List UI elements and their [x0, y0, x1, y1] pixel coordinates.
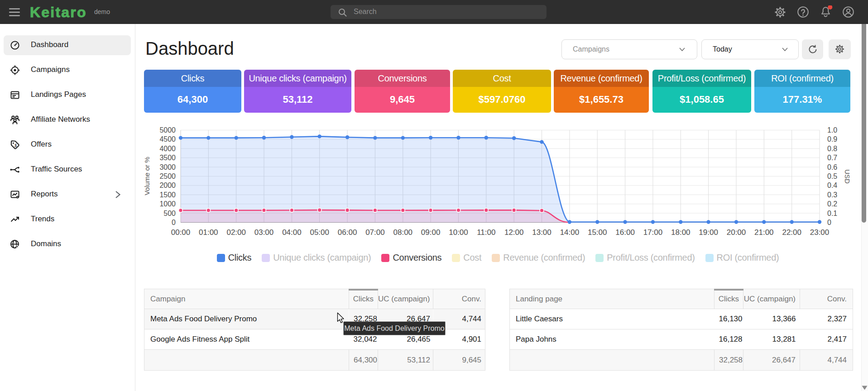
svg-text:0.8: 0.8: [827, 145, 837, 153]
svg-text:13:00: 13:00: [532, 228, 551, 237]
svg-text:0.5: 0.5: [827, 172, 837, 180]
svg-text:00:00: 00:00: [171, 228, 191, 237]
svg-text:08:00: 08:00: [393, 228, 413, 237]
svg-text:Volume or %: Volume or %: [143, 157, 151, 195]
svg-text:0: 0: [172, 219, 176, 226]
svg-text:23:00: 23:00: [810, 228, 830, 237]
svg-text:0.4: 0.4: [827, 181, 837, 189]
svg-text:USD: USD: [844, 169, 851, 184]
svg-text:3500: 3500: [159, 154, 176, 162]
svg-text:5000: 5000: [159, 126, 176, 134]
svg-text:17:00: 17:00: [643, 228, 663, 237]
svg-text:0.6: 0.6: [827, 163, 837, 171]
svg-text:19:00: 19:00: [699, 228, 718, 237]
svg-text:15:00: 15:00: [588, 228, 607, 237]
svg-text:0.1: 0.1: [827, 210, 837, 217]
svg-text:11:00: 11:00: [477, 228, 495, 237]
svg-text:10:00: 10:00: [449, 228, 468, 237]
svg-text:2500: 2500: [159, 172, 176, 180]
svg-text:20:00: 20:00: [727, 228, 746, 237]
svg-text:$: $: [14, 143, 17, 148]
svg-text:07:00: 07:00: [365, 228, 385, 237]
svg-text:0.9: 0.9: [827, 135, 837, 143]
svg-text:02:00: 02:00: [226, 228, 246, 237]
svg-text:0: 0: [827, 219, 831, 226]
svg-text:01:00: 01:00: [199, 228, 218, 237]
svg-text:1.0: 1.0: [827, 126, 837, 134]
svg-text:14:00: 14:00: [560, 228, 580, 237]
svg-text:06:00: 06:00: [338, 228, 357, 237]
svg-text:2000: 2000: [159, 181, 176, 189]
svg-text:18:00: 18:00: [671, 228, 691, 237]
svg-text:03:00: 03:00: [254, 228, 274, 237]
svg-text:04:00: 04:00: [282, 228, 302, 237]
svg-text:4500: 4500: [159, 135, 176, 143]
svg-text:21:00: 21:00: [754, 228, 774, 237]
svg-text:3000: 3000: [159, 163, 176, 171]
svg-text:4000: 4000: [159, 145, 176, 153]
svg-text:05:00: 05:00: [310, 228, 329, 237]
svg-text:22:00: 22:00: [782, 228, 801, 237]
svg-text:12:00: 12:00: [504, 228, 524, 237]
svg-text:09:00: 09:00: [421, 228, 441, 237]
svg-text:500: 500: [163, 210, 176, 217]
svg-text:0.7: 0.7: [827, 154, 837, 162]
svg-text:16:00: 16:00: [615, 228, 635, 237]
svg-text:0.2: 0.2: [827, 200, 837, 208]
svg-text:1000: 1000: [159, 200, 176, 208]
svg-text:1500: 1500: [159, 191, 176, 199]
svg-text:0.3: 0.3: [827, 191, 837, 199]
